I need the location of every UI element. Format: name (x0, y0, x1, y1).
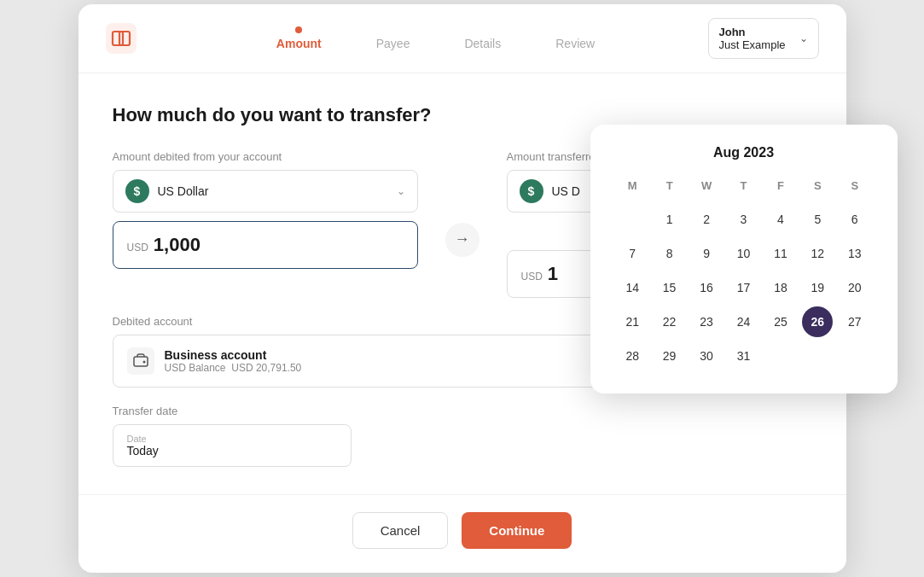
cal-day-24[interactable]: 24 (728, 306, 758, 337)
transfer-date-label: Transfer date (113, 405, 812, 417)
cal-day-7[interactable]: 7 (617, 238, 648, 269)
currency-from-chevron-icon: ⌄ (397, 185, 405, 197)
cal-day-16[interactable]: 16 (691, 272, 722, 303)
cal-header-S2: S (836, 176, 873, 202)
calendar-popup: Aug 2023 M T W T F S S 1 2 3 4 5 6 7 (590, 125, 898, 393)
user-dropdown[interactable]: John Just Example ⌄ (708, 18, 819, 59)
cal-day-23[interactable]: 23 (691, 306, 722, 337)
calendar-grid: M T W T F S S 1 2 3 4 5 6 7 8 9 10 (614, 176, 874, 373)
cal-header-T2: T (725, 176, 762, 202)
nav-step-payee[interactable]: Payee (376, 26, 410, 50)
currency-to-icon: $ (520, 179, 543, 203)
cal-day-30[interactable]: 30 (691, 341, 722, 371)
transfer-amount-value: 1 (548, 263, 558, 285)
footer-actions: Cancel Continue (78, 494, 846, 573)
cal-header-M: M (614, 176, 651, 202)
calendar-month-year: Aug 2023 (614, 145, 874, 160)
step-label-review: Review (555, 37, 595, 50)
cal-day-3[interactable]: 3 (728, 204, 758, 235)
cal-header-T1: T (651, 176, 688, 202)
account-info: Business account USD Balance USD 20,791.… (165, 348, 302, 374)
currency-from-select[interactable]: $ US Dollar ⌄ (113, 170, 418, 213)
cal-header-F: F (762, 176, 799, 202)
svg-rect-0 (106, 23, 137, 54)
debit-col: Amount debited from your account $ US Do… (113, 150, 418, 269)
cal-day-17[interactable]: 17 (728, 272, 758, 303)
arrow-right-icon: → (455, 230, 470, 248)
nav-bar: Amount Payee Details Review John Just Ex… (78, 4, 846, 73)
cal-day-14[interactable]: 14 (617, 272, 648, 303)
transfer-date-box[interactable]: Date Today (113, 424, 352, 467)
cal-day-29[interactable]: 29 (654, 341, 685, 371)
cal-day-27[interactable]: 27 (840, 306, 870, 337)
currency-from-name: US Dollar (158, 184, 388, 198)
cancel-button[interactable]: Cancel (352, 512, 449, 549)
cal-day-11[interactable]: 11 (765, 238, 796, 269)
continue-button[interactable]: Continue (462, 512, 572, 549)
account-name: Business account (165, 348, 302, 362)
amount-value: 1,000 (154, 234, 200, 256)
nav-step-amount[interactable]: Amount (276, 26, 322, 50)
cal-day-5[interactable]: 5 (802, 204, 833, 235)
account-balance: USD Balance USD 20,791.50 (165, 362, 302, 374)
step-label-amount: Amount (276, 37, 322, 50)
user-first-name: John (719, 26, 786, 38)
cal-day-21[interactable]: 21 (617, 306, 648, 337)
step-dot-details (479, 26, 486, 33)
cal-day-2[interactable]: 2 (691, 204, 722, 235)
step-dot-review (572, 26, 578, 33)
cal-day-13[interactable]: 13 (840, 238, 870, 269)
cal-day-empty-3 (802, 341, 833, 371)
main-content: How much do you want to transfer? Amount… (78, 73, 846, 494)
cal-day-20[interactable]: 20 (840, 272, 870, 303)
cal-day-6[interactable]: 6 (840, 204, 870, 235)
nav-step-details[interactable]: Details (464, 26, 501, 50)
cal-day-22[interactable]: 22 (654, 306, 685, 337)
cal-day-19[interactable]: 19 (802, 272, 833, 303)
transfer-currency-label: USD (521, 271, 543, 283)
step-label-details: Details (464, 37, 501, 50)
currency-from-icon: $ (125, 179, 149, 203)
cal-day-empty-1 (617, 204, 648, 235)
step-label-payee: Payee (376, 37, 410, 50)
debit-label: Amount debited from your account (113, 150, 418, 163)
cal-header-S1: S (799, 176, 836, 202)
cal-header-W: W (688, 176, 724, 202)
cal-day-empty-4 (840, 341, 870, 371)
svg-point-4 (142, 361, 145, 364)
date-sublabel: Date (127, 434, 337, 444)
swap-arrow-button[interactable]: → (445, 223, 479, 257)
user-last-name: Just Example (719, 38, 786, 51)
balance-label: USD Balance (165, 362, 226, 374)
app-logo (106, 23, 137, 54)
step-dot-amount (295, 26, 302, 33)
nav-step-review[interactable]: Review (555, 26, 595, 50)
page-title: How much do you want to transfer? (113, 104, 812, 126)
cal-day-9[interactable]: 9 (691, 238, 722, 269)
cal-day-4[interactable]: 4 (765, 204, 796, 235)
cal-day-28[interactable]: 28 (617, 341, 648, 371)
account-wallet-icon (127, 347, 154, 375)
amount-currency-label: USD (127, 242, 148, 254)
cal-day-12[interactable]: 12 (802, 238, 833, 269)
cal-day-26[interactable]: 26 (802, 306, 833, 337)
cal-day-18[interactable]: 18 (765, 272, 796, 303)
cal-day-8[interactable]: 8 (654, 238, 685, 269)
nav-steps: Amount Payee Details Review (164, 26, 708, 50)
cal-day-25[interactable]: 25 (765, 306, 796, 337)
svg-rect-3 (134, 357, 148, 366)
date-value: Today (127, 444, 337, 458)
amount-input[interactable]: USD 1,000 (113, 221, 418, 269)
cal-day-empty-2 (765, 341, 796, 371)
balance-value: USD 20,791.50 (231, 362, 301, 374)
cal-day-31[interactable]: 31 (728, 341, 758, 371)
step-dot-payee (390, 26, 397, 33)
cal-day-1[interactable]: 1 (654, 204, 685, 235)
app-container: Amount Payee Details Review John Just Ex… (78, 4, 846, 573)
user-dropdown-chevron-icon: ⌄ (799, 32, 808, 44)
cal-day-10[interactable]: 10 (728, 238, 758, 269)
user-info: John Just Example (719, 26, 786, 51)
cal-day-15[interactable]: 15 (654, 272, 685, 303)
